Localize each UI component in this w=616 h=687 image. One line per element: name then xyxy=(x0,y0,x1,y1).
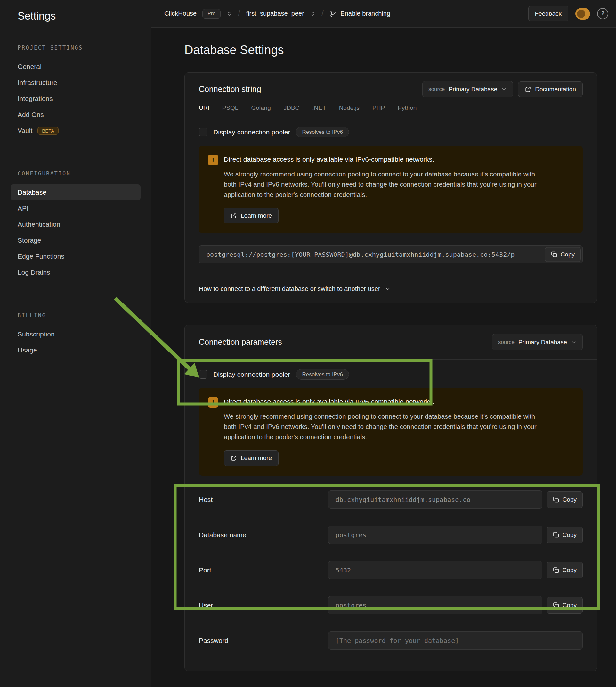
display-connection-pooler-checkbox[interactable] xyxy=(199,370,207,379)
copy-label: Copy xyxy=(563,567,577,574)
tab-nodejs[interactable]: Node.js xyxy=(339,104,359,117)
copy-button[interactable]: Copy xyxy=(545,247,581,262)
feedback-label: Feedback xyxy=(535,10,562,17)
learn-more-button[interactable]: Learn more xyxy=(224,450,279,466)
copy-button[interactable]: Copy xyxy=(547,562,583,578)
tab-python[interactable]: Python xyxy=(398,104,417,117)
ipv6-notice: Direct database access is only available… xyxy=(199,146,583,233)
documentation-button[interactable]: Documentation xyxy=(518,81,583,97)
external-link-icon xyxy=(525,86,531,92)
chevron-down-icon xyxy=(385,286,391,292)
connection-parameters-header: Connection parameters source Primary Dat… xyxy=(185,325,597,359)
tab-psql[interactable]: PSQL xyxy=(222,104,239,117)
source-select[interactable]: source Primary Database xyxy=(422,81,513,97)
sidebar-item-label: Edge Functions xyxy=(18,252,64,260)
sidebar: Settings PROJECT SETTINGS General Infras… xyxy=(0,0,151,687)
copy-label: Copy xyxy=(563,531,577,538)
notice-title: Direct database access is only available… xyxy=(224,156,574,163)
sidebar-item-api[interactable]: API xyxy=(10,200,140,216)
card-title: Connection parameters xyxy=(199,337,282,347)
tab-uri[interactable]: URI xyxy=(199,104,210,117)
connection-string-input[interactable]: postgresql://postgres:[YOUR-PASSWORD]@db… xyxy=(199,245,583,264)
project-switcher-icon[interactable] xyxy=(310,11,316,17)
connection-string-header: Connection string source Primary Databas… xyxy=(185,73,597,117)
sidebar-item-database[interactable]: Database xyxy=(10,184,140,200)
database-name-field[interactable]: postgres xyxy=(328,526,542,544)
copy-button[interactable]: Copy xyxy=(547,527,583,543)
settings-page: Settings PROJECT SETTINGS General Infras… xyxy=(0,0,616,687)
sidebar-item-integrations[interactable]: Integrations xyxy=(10,91,140,107)
source-value: Primary Database xyxy=(518,339,567,346)
sidebar-item-log-drains[interactable]: Log Drains xyxy=(10,264,140,281)
content-area: Database Settings Connection string sour… xyxy=(151,27,616,687)
org-switcher-icon[interactable] xyxy=(226,11,232,17)
enable-branching-label: Enable branching xyxy=(340,10,390,17)
section-label: BILLING xyxy=(10,312,140,320)
sidebar-item-add-ons[interactable]: Add Ons xyxy=(10,107,140,123)
connection-string-tabs: URI PSQL Golang JDBC .NET Node.js PHP Py… xyxy=(199,104,583,117)
avatar[interactable] xyxy=(575,8,590,20)
sidebar-item-label: Database xyxy=(18,189,46,196)
header-actions: source Primary Database Documentation xyxy=(422,81,583,97)
help-icon[interactable]: ? xyxy=(597,8,608,19)
sidebar-divider xyxy=(0,296,151,296)
pooler-label: Display connection pooler xyxy=(213,128,290,136)
sidebar-divider xyxy=(0,154,151,154)
source-value: Primary Database xyxy=(448,86,497,93)
sidebar-item-label: Authentication xyxy=(18,221,60,228)
sidebar-item-usage[interactable]: Usage xyxy=(10,342,140,358)
alert-icon xyxy=(208,155,218,165)
sidebar-item-label: Vault xyxy=(18,127,32,134)
pooler-row: Display connection pooler Resolves to IP… xyxy=(199,127,583,137)
git-branch-icon xyxy=(329,10,336,17)
tab-golang[interactable]: Golang xyxy=(251,104,270,117)
enable-branching-button[interactable]: Enable branching xyxy=(329,10,390,17)
copy-button[interactable]: Copy xyxy=(547,491,583,508)
display-connection-pooler-checkbox[interactable] xyxy=(199,128,207,136)
host-field[interactable]: db.cxhygiuitamxhniiddjm.supabase.co xyxy=(328,490,542,509)
copy-button[interactable]: Copy xyxy=(547,597,583,614)
copy-icon xyxy=(551,251,557,258)
copy-label: Copy xyxy=(560,251,575,258)
sidebar-item-general[interactable]: General xyxy=(10,59,140,74)
learn-more-button[interactable]: Learn more xyxy=(224,208,279,223)
tab-php[interactable]: PHP xyxy=(372,104,385,117)
param-label: Password xyxy=(199,637,328,644)
connection-parameters-list: Host db.cxhygiuitamxhniiddjm.supabase.co… xyxy=(199,482,583,658)
connection-parameters-card: Connection parameters source Primary Dat… xyxy=(184,325,597,671)
sidebar-section-billing: BILLING Subscription Usage xyxy=(0,312,151,358)
feedback-button[interactable]: Feedback xyxy=(528,6,568,21)
top-navigation-bar: ClickHouse Pro / first_supabase_peer / E… xyxy=(151,0,616,27)
sidebar-item-authentication[interactable]: Authentication xyxy=(10,216,140,232)
topbar-right-actions: Feedback ? xyxy=(528,6,608,21)
sidebar-item-label: API xyxy=(18,204,28,212)
breadcrumb-divider: / xyxy=(238,9,240,19)
source-select[interactable]: source Primary Database xyxy=(492,334,583,350)
project-name[interactable]: first_supabase_peer xyxy=(246,10,304,17)
section-label: PROJECT SETTINGS xyxy=(10,44,140,52)
sidebar-item-vault[interactable]: Vault BETA xyxy=(10,123,140,139)
param-row-user: User postgres Copy xyxy=(199,588,583,623)
sidebar-section-project-settings: PROJECT SETTINGS General Infrastructure … xyxy=(0,44,151,139)
sidebar-item-subscription[interactable]: Subscription xyxy=(10,326,140,342)
param-row-port: Port 5432 Copy xyxy=(199,553,583,588)
user-field[interactable]: postgres xyxy=(328,596,542,614)
sidebar-item-infrastructure[interactable]: Infrastructure xyxy=(10,74,140,91)
how-to-connect-toggle[interactable]: How to connect to a different database o… xyxy=(185,275,597,303)
port-field[interactable]: 5432 xyxy=(328,561,542,579)
sidebar-item-label: Add Ons xyxy=(18,111,44,118)
main-column: ClickHouse Pro / first_supabase_peer / E… xyxy=(151,0,616,687)
tab-jdbc[interactable]: JDBC xyxy=(284,104,300,117)
sidebar-title: Settings xyxy=(0,9,151,22)
section-label: CONFIGURATION xyxy=(10,170,140,178)
external-link-icon xyxy=(230,455,237,461)
copy-icon xyxy=(553,602,559,608)
tab-dotnet[interactable]: .NET xyxy=(312,104,326,117)
sidebar-item-storage[interactable]: Storage xyxy=(10,232,140,248)
sidebar-item-edge-functions[interactable]: Edge Functions xyxy=(10,248,140,264)
header-actions: source Primary Database xyxy=(492,334,583,350)
notice-title: Direct database access is only available… xyxy=(224,398,574,406)
org-name[interactable]: ClickHouse xyxy=(164,10,197,17)
password-field[interactable]: [The password for your database] xyxy=(328,631,583,649)
sidebar-item-label: Infrastructure xyxy=(18,79,57,86)
